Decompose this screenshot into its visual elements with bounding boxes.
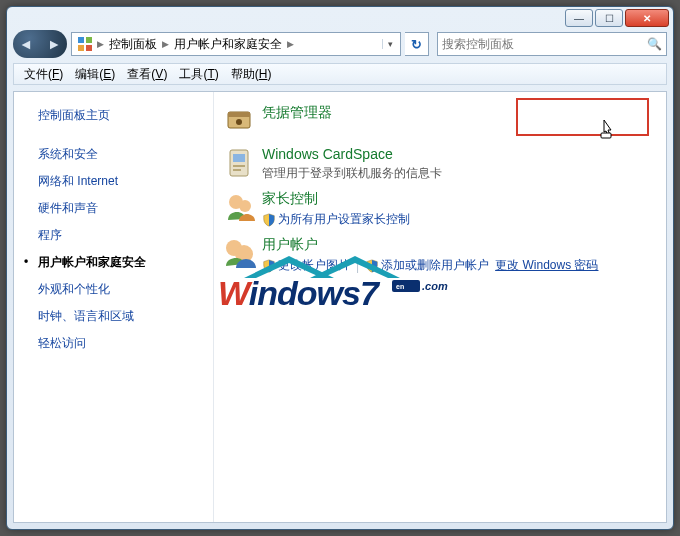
svg-rect-7 bbox=[230, 150, 248, 176]
navigation-bar: ◄ ► ▶ 控制面板 ▶ 用户帐户和家庭安全 ▶ ▾ ↻ 搜索控制面板 🔍 bbox=[13, 29, 667, 59]
breadcrumb: 控制面板 ▶ 用户帐户和家庭安全 ▶ ▾ bbox=[105, 36, 398, 53]
titlebar: — ☐ ✕ bbox=[7, 7, 673, 27]
section-desc: 管理用于登录到联机服务的信息卡 bbox=[262, 165, 658, 182]
forward-button[interactable]: ► bbox=[47, 36, 61, 52]
menu-item[interactable]: 查看(V) bbox=[121, 66, 173, 83]
sidebar-item[interactable]: 控制面板主页 bbox=[20, 102, 207, 129]
menu-bar: 文件(F)编辑(E)查看(V)工具(T)帮助(H) bbox=[13, 63, 667, 85]
address-bar[interactable]: ▶ 控制面板 ▶ 用户帐户和家庭安全 ▶ ▾ bbox=[71, 32, 401, 56]
section-row: 用户帐户更改帐户图片|添加或删除用户帐户更改 Windows 密码 bbox=[222, 236, 658, 274]
control-panel-icon bbox=[77, 36, 93, 52]
svg-rect-3 bbox=[86, 45, 92, 51]
svg-text:.com: .com bbox=[422, 280, 448, 292]
nav-buttons: ◄ ► bbox=[13, 30, 67, 58]
svg-rect-1 bbox=[86, 37, 92, 43]
search-icon: 🔍 bbox=[647, 37, 662, 51]
sidebar-item[interactable]: 轻松访问 bbox=[20, 330, 207, 357]
breadcrumb-item[interactable]: 控制面板 bbox=[105, 36, 161, 53]
svg-rect-9 bbox=[233, 165, 245, 167]
separator: | bbox=[356, 259, 359, 273]
svg-point-12 bbox=[239, 200, 251, 212]
menu-item[interactable]: 编辑(E) bbox=[69, 66, 121, 83]
section-icon bbox=[222, 104, 256, 138]
sidebar-item[interactable]: 时钟、语言和区域 bbox=[20, 303, 207, 330]
svg-rect-10 bbox=[233, 169, 241, 171]
sidebar-item[interactable]: 硬件和声音 bbox=[20, 195, 207, 222]
svg-rect-5 bbox=[228, 112, 250, 117]
back-button[interactable]: ◄ bbox=[19, 36, 33, 52]
breadcrumb-sep: ▶ bbox=[96, 39, 105, 49]
section-row: 家长控制为所有用户设置家长控制 bbox=[222, 190, 658, 228]
close-button[interactable]: ✕ bbox=[625, 9, 669, 27]
menu-item[interactable]: 帮助(H) bbox=[225, 66, 278, 83]
section-heading[interactable]: Windows CardSpace bbox=[262, 146, 658, 162]
search-input[interactable]: 搜索控制面板 🔍 bbox=[437, 32, 667, 56]
svg-text:Windows7: Windows7 bbox=[218, 274, 381, 312]
task-link[interactable]: 更改帐户图片 bbox=[262, 257, 350, 274]
svg-rect-2 bbox=[78, 45, 84, 51]
sidebar-item[interactable]: 外观和个性化 bbox=[20, 276, 207, 303]
window: — ☐ ✕ ◄ ► ▶ 控制面板 ▶ 用户帐户和家庭安全 ▶ ▾ ↻ 搜索控制面… bbox=[6, 6, 674, 530]
task-link[interactable]: 添加或删除用户帐户 bbox=[365, 257, 489, 274]
task-list: 更改帐户图片|添加或删除用户帐户更改 Windows 密码 bbox=[262, 257, 658, 274]
minimize-button[interactable]: — bbox=[565, 9, 593, 27]
section-icon bbox=[222, 236, 256, 270]
breadcrumb-dropdown[interactable]: ▾ bbox=[382, 39, 398, 49]
menu-item[interactable]: 工具(T) bbox=[173, 66, 224, 83]
sidebar-item[interactable]: 网络和 Internet bbox=[20, 168, 207, 195]
search-placeholder: 搜索控制面板 bbox=[442, 36, 514, 53]
svg-rect-0 bbox=[78, 37, 84, 43]
chevron-right-icon: ▶ bbox=[286, 39, 295, 49]
task-link[interactable]: 更改 Windows 密码 bbox=[495, 257, 598, 274]
task-list: 为所有用户设置家长控制 bbox=[262, 211, 658, 228]
sidebar-item[interactable]: 程序 bbox=[20, 222, 207, 249]
section-icon bbox=[222, 146, 256, 180]
task-link[interactable]: 为所有用户设置家长控制 bbox=[262, 211, 410, 228]
chevron-right-icon: ▶ bbox=[161, 39, 170, 49]
sidebar-item[interactable]: 用户帐户和家庭安全 bbox=[20, 249, 207, 276]
section-heading[interactable]: 用户帐户 bbox=[262, 236, 658, 254]
menu-item[interactable]: 文件(F) bbox=[18, 66, 69, 83]
svg-rect-19 bbox=[392, 280, 420, 292]
svg-point-6 bbox=[236, 119, 242, 125]
highlight-box bbox=[516, 98, 649, 136]
section-row: Windows CardSpace管理用于登录到联机服务的信息卡 bbox=[222, 146, 658, 182]
svg-text:en: en bbox=[396, 283, 404, 290]
svg-rect-8 bbox=[233, 154, 245, 162]
content-area: 控制面板主页系统和安全网络和 Internet硬件和声音程序用户帐户和家庭安全外… bbox=[13, 91, 667, 523]
refresh-button[interactable]: ↻ bbox=[405, 32, 429, 56]
main-panel: 凭据管理器Windows CardSpace管理用于登录到联机服务的信息卡家长控… bbox=[214, 92, 666, 522]
section-icon bbox=[222, 190, 256, 224]
breadcrumb-item[interactable]: 用户帐户和家庭安全 bbox=[170, 36, 286, 53]
sidebar-item[interactable]: 系统和安全 bbox=[20, 141, 207, 168]
maximize-button[interactable]: ☐ bbox=[595, 9, 623, 27]
sidebar: 控制面板主页系统和安全网络和 Internet硬件和声音程序用户帐户和家庭安全外… bbox=[14, 92, 214, 522]
section-heading[interactable]: 家长控制 bbox=[262, 190, 658, 208]
